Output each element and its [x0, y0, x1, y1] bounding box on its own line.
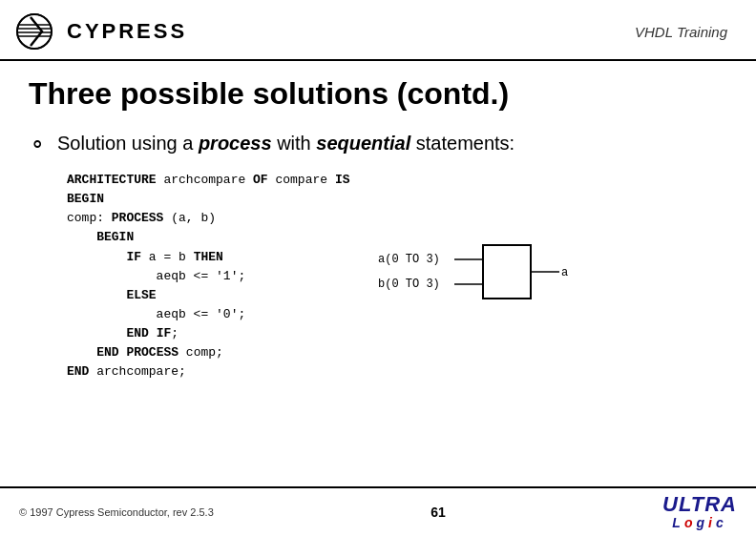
bullet-section: ⚬ Solution using a process with sequenti…: [29, 131, 727, 157]
diagram-area: a(0 TO 3) b(0 TO 3) aeqb: [378, 218, 569, 323]
circuit-diagram: a(0 TO 3) b(0 TO 3) aeqb: [378, 218, 569, 323]
diagram-label-out: aeqb: [561, 266, 569, 279]
main-content: Three possible solutions (contd.) ⚬ Solu…: [0, 61, 756, 392]
process-italic: process: [199, 133, 272, 154]
sequential-italic: sequential: [316, 133, 410, 154]
logic-text: Logic: [662, 515, 737, 530]
bullet-text: Solution using a process with sequential…: [57, 131, 514, 155]
bullet-icon: ⚬: [29, 133, 46, 157]
footer-page-number: 61: [430, 505, 446, 520]
footer-copyright: © 1997 Cypress Semiconductor, rev 2.5.3: [19, 506, 214, 518]
ultra-text: ULTRA: [662, 494, 737, 515]
diagram-label-a: a(0 TO 3): [378, 253, 440, 266]
box: [483, 245, 531, 299]
logo-text: CYPRESS: [67, 19, 187, 44]
footer-right: ULTRA Logic: [662, 494, 737, 530]
slide-title: Three possible solutions (contd.): [29, 76, 727, 112]
ultra-logic-logo: ULTRA Logic: [662, 494, 737, 530]
code-diagram-area: ARCHITECTURE archcompare OF compare IS B…: [67, 171, 727, 382]
svg-point-5: [17, 14, 52, 49]
diagram-label-b: b(0 TO 3): [378, 278, 440, 291]
header-title: VHDL Training: [635, 24, 727, 40]
code-block: ARCHITECTURE archcompare OF compare IS B…: [67, 171, 349, 382]
header: CYPRESS VHDL Training: [0, 0, 756, 61]
logo-area: CYPRESS: [13, 8, 187, 55]
footer: © 1997 Cypress Semiconductor, rev 2.5.3 …: [0, 486, 756, 536]
cypress-logo-icon: [13, 8, 61, 55]
